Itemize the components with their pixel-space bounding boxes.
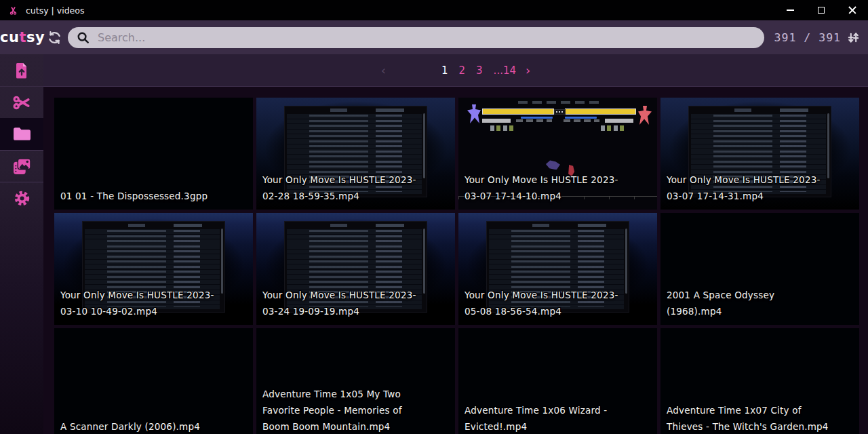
video-card[interactable]: 2001 A Space Odyssey (1968).mp4: [660, 213, 859, 325]
close-button[interactable]: [837, 0, 868, 20]
video-card[interactable]: Adventure Time 1x07 City of Thieves - Th…: [660, 328, 859, 434]
video-filename: A Scanner Darkly (2006).mp4: [60, 418, 200, 434]
video-card[interactable]: Your Only Move Is HUSTLE 2023-02-28 18-5…: [256, 98, 455, 210]
sort-icon: [846, 31, 861, 45]
sidebar-item-videos[interactable]: [0, 118, 43, 150]
sidebar-item-import[interactable]: [0, 54, 43, 86]
thumb-decor: [625, 229, 627, 294]
titlebar: cutsy | videos: [0, 0, 868, 20]
page-button-2[interactable]: 2: [459, 64, 466, 77]
video-card[interactable]: Your Only Move Is HUSTLE 2023-03-07 17-1…: [458, 98, 657, 210]
video-filename: Your Only Move Is HUSTLE 2023-05-08 18-5…: [465, 287, 629, 319]
topbar: cutsy 391 / 391: [0, 20, 868, 54]
logo-text: cu: [0, 29, 19, 45]
video-library: 01 01 - The Dispossessed.3gppYour Only M…: [43, 86, 868, 434]
video-filename: Your Only Move Is HUSTLE 2023-03-07 17-1…: [667, 172, 831, 204]
search-input[interactable]: [96, 31, 755, 45]
page-button-14[interactable]: ...14: [494, 64, 516, 77]
close-icon: [848, 6, 856, 14]
thumb-decor: [482, 108, 553, 115]
thumb-decor: [423, 229, 425, 294]
thumb-decor: [565, 108, 636, 115]
item-counter: 391 / 391: [774, 31, 841, 44]
sidebar-item-settings[interactable]: [0, 182, 43, 214]
video-card[interactable]: Your Only Move Is HUSTLE 2023-03-10 10-4…: [54, 213, 253, 325]
thumb-decor: [467, 104, 481, 123]
video-filename: Adventure Time 1x06 Wizard - Evicted!.mp…: [465, 402, 629, 434]
gallery-icon: [13, 158, 31, 175]
video-filename: 01 01 - The Dispossessed.3gpp: [60, 188, 208, 204]
app-scissors-icon: [9, 6, 18, 15]
thumb-decor: [565, 117, 597, 119]
thumb-decor: [564, 119, 599, 122]
logo-accent-text: t: [19, 29, 26, 45]
video-filename: Your Only Move Is HUSTLE 2023-02-28 18-5…: [262, 172, 427, 204]
next-page-button[interactable]: ›: [526, 63, 530, 77]
minimize-icon: [787, 9, 794, 11]
thumb-decor: [221, 229, 223, 294]
thumb-decor: [638, 106, 652, 125]
sort-filter-button[interactable]: [846, 31, 861, 45]
page-list: 123...14: [441, 64, 516, 77]
video-filename: 2001 A Space Odyssey (1968).mp4: [667, 287, 831, 319]
video-grid: 01 01 - The Dispossessed.3gppYour Only M…: [54, 98, 868, 434]
minimize-button[interactable]: [774, 0, 806, 20]
video-card[interactable]: 01 01 - The Dispossessed.3gpp: [54, 98, 253, 210]
video-filename: Adventure Time 1x07 City of Thieves - Th…: [667, 402, 831, 434]
sidebar-item-gallery[interactable]: [0, 150, 43, 182]
video-filename: Your Only Move Is HUSTLE 2023-03-07 17-1…: [465, 172, 629, 204]
gear-icon: [13, 189, 31, 208]
video-card[interactable]: Your Only Move Is HUSTLE 2023-03-07 17-1…: [660, 98, 859, 210]
video-filename: Your Only Move Is HUSTLE 2023-03-24 19-0…: [262, 287, 427, 319]
thumb-decor: [521, 117, 553, 119]
thumb-decor: [546, 160, 560, 170]
app-logo: cutsy: [0, 29, 42, 45]
file-upload-icon: [15, 62, 28, 79]
thumb-decor: [601, 125, 625, 131]
video-card[interactable]: Adventure Time 1x05 My Two Favorite Peop…: [256, 328, 455, 434]
page-button-3[interactable]: 3: [476, 64, 483, 77]
thumb-decor: [516, 119, 552, 122]
maximize-icon: [818, 7, 825, 14]
video-card[interactable]: Your Only Move Is HUSTLE 2023-05-08 18-5…: [458, 213, 657, 325]
thumb-decor: [487, 224, 629, 227]
thumb-decor: [827, 113, 829, 178]
thumb-decor: [482, 119, 511, 123]
sidebar-item-clips[interactable]: [0, 86, 43, 118]
refresh-button[interactable]: [47, 31, 62, 45]
window-controls: [774, 0, 868, 20]
thumb-decor: [285, 224, 427, 227]
thumb-decor: [518, 101, 601, 104]
pagination-bar: ‹ 123...14 ›: [0, 54, 868, 86]
thumb-decor: [285, 108, 427, 112]
maximize-button[interactable]: [806, 0, 837, 20]
thumb-decor: [605, 119, 633, 123]
video-card[interactable]: A Scanner Darkly (2006).mp4: [54, 328, 253, 434]
search-icon: [77, 31, 90, 44]
thumb-decor: [554, 109, 566, 115]
search-bar[interactable]: [68, 27, 764, 48]
page-button-1[interactable]: 1: [441, 64, 448, 77]
thumb-decor: [83, 224, 224, 227]
pagination: ‹ 123...14 ›: [43, 63, 868, 77]
video-card[interactable]: Your Only Move Is HUSTLE 2023-03-24 19-0…: [256, 213, 455, 325]
prev-page-button[interactable]: ‹: [381, 63, 386, 77]
video-filename: Your Only Move Is HUSTLE 2023-03-10 10-4…: [60, 287, 224, 319]
thumb-decor: [689, 108, 831, 112]
video-card[interactable]: Adventure Time 1x06 Wizard - Evicted!.mp…: [458, 328, 657, 434]
thumb-decor: [423, 113, 425, 178]
scissors-icon: [13, 94, 31, 112]
refresh-icon: [47, 31, 62, 45]
folder-icon: [13, 126, 31, 142]
sidebar: [0, 54, 43, 434]
window-title: cutsy | videos: [26, 5, 84, 16]
thumb-decor: [490, 125, 515, 131]
video-filename: Adventure Time 1x05 My Two Favorite Peop…: [262, 386, 427, 434]
logo-text-2: sy: [26, 29, 45, 45]
